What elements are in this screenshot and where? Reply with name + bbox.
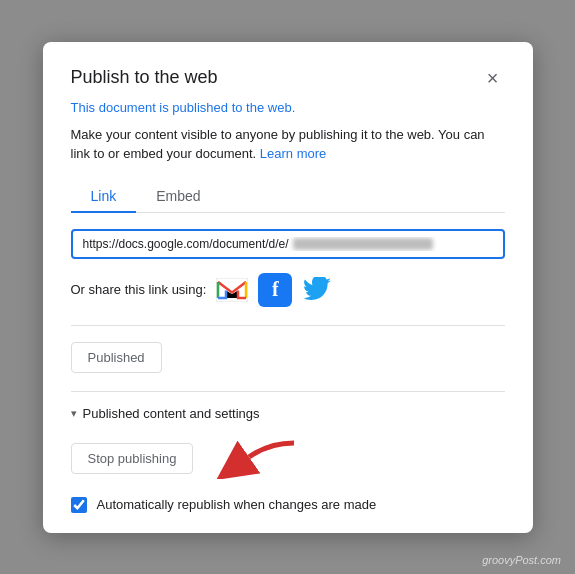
modal-title: Publish to the web <box>71 67 218 88</box>
close-button[interactable]: × <box>481 66 505 90</box>
divider-1 <box>71 325 505 326</box>
url-text: https://docs.google.com/document/d/e/ <box>83 237 493 251</box>
twitter-icon[interactable] <box>302 274 334 306</box>
learn-more-link[interactable]: Learn more <box>260 146 326 161</box>
checkbox-row: Automatically republish when changes are… <box>71 497 505 513</box>
modal-header: Publish to the web × <box>71 66 505 90</box>
publish-modal: Publish to the web × This document is pu… <box>43 42 533 533</box>
settings-header-label: Published content and settings <box>83 406 260 421</box>
facebook-icon[interactable]: f <box>258 273 292 307</box>
url-blurred-part <box>293 238 433 250</box>
stop-btn-row: Stop publishing <box>71 435 505 483</box>
auto-republish-checkbox[interactable] <box>71 497 87 513</box>
gmail-icon[interactable] <box>216 274 248 306</box>
url-box: https://docs.google.com/document/d/e/ <box>71 229 505 259</box>
tab-link[interactable]: Link <box>71 180 137 212</box>
tabs-container: Link Embed <box>71 180 505 213</box>
published-button[interactable]: Published <box>71 342 162 373</box>
share-row: Or share this link using: f <box>71 273 505 307</box>
checkbox-label: Automatically republish when changes are… <box>97 497 377 512</box>
section-divider <box>71 391 505 392</box>
share-label: Or share this link using: <box>71 282 207 297</box>
description-text: Make your content visible to anyone by p… <box>71 125 505 164</box>
red-arrow-icon <box>209 435 299 483</box>
watermark: groovyPost.com <box>482 554 561 566</box>
settings-header[interactable]: ▾ Published content and settings <box>71 406 505 421</box>
tab-embed[interactable]: Embed <box>136 180 220 212</box>
stop-publishing-button[interactable]: Stop publishing <box>71 443 194 474</box>
published-notice: This document is published to the web. <box>71 100 505 115</box>
chevron-icon: ▾ <box>71 407 77 420</box>
